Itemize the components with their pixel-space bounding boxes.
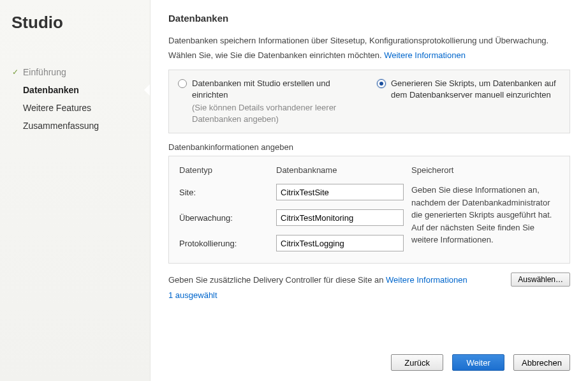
storage-note: Geben Sie diese Informationen an, nachde…: [411, 184, 559, 246]
db-info-panel: Datentyp Datenbankname Speicherort Site:…: [168, 156, 570, 264]
dc-text: Geben Sie zusätzliche Delivery Controlle…: [168, 275, 386, 285]
col-header-location: Speicherort: [411, 165, 559, 175]
select-controllers-button[interactable]: Auswählen…: [511, 273, 570, 287]
option-create[interactable]: Datenbanken mit Studio erstellen und ein…: [178, 78, 362, 126]
delivery-controller-row: Geben Sie zusätzliche Delivery Controlle…: [168, 273, 570, 287]
row-label-site: Site:: [179, 188, 268, 197]
setup-option-box: Datenbanken mit Studio erstellen und ein…: [168, 70, 570, 134]
option-scripts[interactable]: Generieren Sie Skripts, um Datenbanken a…: [377, 78, 561, 126]
intro-text-1: Datenbanken speichern Informationen über…: [168, 35, 570, 47]
option-create-sub: (Sie können Details vorhandener leerer D…: [192, 102, 362, 125]
main-panel: Datenbanken Datenbanken speichern Inform…: [150, 0, 588, 381]
sidebar-item-summary[interactable]: Zusammenfassung: [11, 117, 150, 135]
radio-scripts[interactable]: [377, 79, 386, 88]
back-button[interactable]: Zurück: [391, 354, 443, 371]
app-title: Studio: [11, 13, 150, 33]
col-header-name: Datenbankname: [276, 165, 404, 175]
site-db-input[interactable]: [276, 184, 404, 200]
col-header-type: Datentyp: [179, 165, 268, 175]
option-create-label: Datenbanken mit Studio erstellen und ein…: [192, 78, 362, 101]
cancel-button[interactable]: Abbrechen: [513, 354, 570, 371]
sidebar-item-label: Einführung: [23, 67, 66, 77]
intro-text-2: Wählen Sie, wie Sie die Datenbanken einr…: [168, 50, 570, 62]
sidebar-item-label: Zusammenfassung: [23, 121, 99, 131]
option-scripts-label: Generieren Sie Skripts, um Datenbanken a…: [391, 78, 561, 101]
page-title: Datenbanken: [168, 13, 570, 24]
logging-db-input[interactable]: [276, 235, 404, 251]
row-label-logging: Protokollierung:: [179, 239, 268, 248]
sidebar-item-features[interactable]: Weitere Features: [11, 99, 150, 117]
radio-create[interactable]: [178, 79, 187, 88]
sidebar-item-introduction[interactable]: ✓ Einführung: [11, 63, 150, 81]
dc-more-info-link[interactable]: Weitere Informationen: [386, 275, 467, 285]
sidebar-item-label: Datenbanken: [23, 85, 79, 95]
monitoring-db-input[interactable]: [276, 209, 404, 226]
sidebar-item-databases[interactable]: Datenbanken: [11, 81, 150, 99]
wizard-footer: Zurück Weiter Abbrechen: [391, 354, 570, 371]
sidebar: Studio ✓ Einführung Datenbanken Weitere …: [0, 0, 150, 381]
row-label-monitoring: Überwachung:: [179, 213, 268, 223]
check-icon: ✓: [11, 68, 19, 76]
controllers-selected-count: 1 ausgewählt: [168, 290, 570, 300]
more-info-link[interactable]: Weitere Informationen: [384, 50, 466, 60]
next-button[interactable]: Weiter: [452, 354, 504, 371]
db-section-heading: Datenbankinformationen angeben: [168, 142, 570, 152]
sidebar-item-label: Weitere Features: [23, 103, 91, 113]
